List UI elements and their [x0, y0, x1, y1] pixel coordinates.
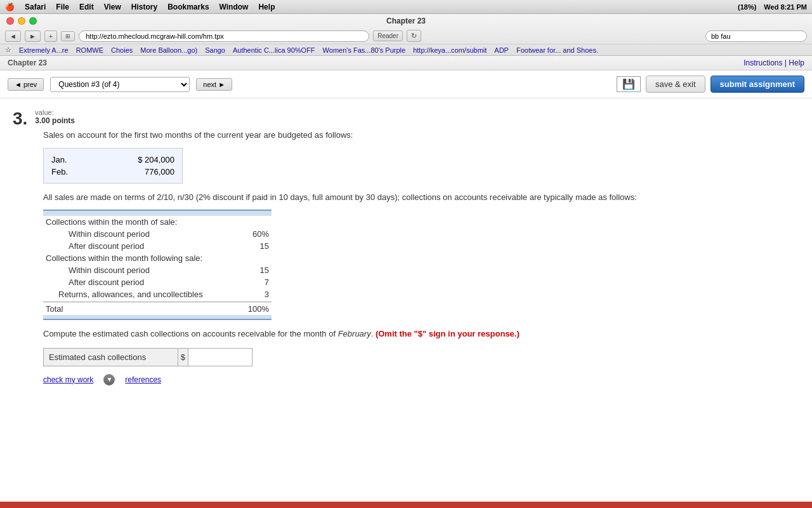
expand-icon[interactable]: ▼	[103, 374, 115, 385]
save-icon[interactable]: 💾	[617, 76, 641, 92]
browser-chrome: Chapter 23 ◄ ► + ⊞ Reader ↻ ☆ Extremely …	[0, 14, 812, 56]
collection-row-0: Within discount period 60%	[43, 228, 272, 240]
question-points: 3.00 points	[35, 116, 75, 125]
compute-red: (Omit the "$" sign in your response.)	[376, 329, 520, 338]
collection-row-4: After discount period 7	[43, 276, 272, 288]
instructions-link[interactable]: Instructions	[743, 58, 782, 67]
collection-value-5: 3	[244, 290, 269, 299]
close-button[interactable]	[6, 17, 14, 25]
collection-value-4: 7	[244, 277, 269, 287]
new-tab-button[interactable]: +	[44, 30, 57, 42]
collection-label-2: Collections within the month following s…	[46, 253, 202, 263]
next-button[interactable]: next ►	[196, 78, 232, 91]
collection-row-3: Within discount period 15	[43, 264, 272, 276]
dollar-sign: $	[178, 349, 188, 366]
mac-menubar: 🍎 Safari File Edit View History Bookmark…	[0, 0, 812, 14]
edit-menu[interactable]: Edit	[79, 3, 94, 11]
compute-text-1: Compute the estimated cash collections o…	[43, 329, 338, 338]
forward-button[interactable]: ►	[25, 30, 41, 42]
sales-table: Jan. $ 204,000 Feb. 776,000	[43, 148, 183, 184]
question-number: 3.	[13, 109, 27, 129]
search-input[interactable]	[705, 30, 807, 42]
estimated-input[interactable]	[188, 349, 252, 366]
question-select[interactable]: Question #3 (of 4)	[50, 77, 190, 92]
check-my-work-link[interactable]: check my work	[43, 375, 93, 384]
collections-header-bar	[43, 211, 272, 216]
safari-menu[interactable]: Safari	[25, 3, 46, 11]
collection-label-1: After discount period	[69, 241, 144, 251]
battery-status: (18%)	[738, 3, 756, 11]
collection-label-0: Within discount period	[69, 229, 150, 239]
submit-assignment-button[interactable]: submit assignment	[710, 76, 804, 93]
estimated-row: Estimated cash collections $	[43, 348, 252, 366]
collections-table: Collections within the month of sale: Wi…	[43, 210, 272, 320]
jan-label: Jan.	[51, 155, 67, 164]
chapter-title: Chapter 23	[8, 58, 47, 67]
collections-container: Collections within the month of sale: Wi…	[43, 210, 799, 320]
back-button[interactable]: ◄	[5, 30, 21, 42]
bookmarks-menu[interactable]: Bookmarks	[167, 3, 209, 11]
bookmark-1[interactable]: ROMWE	[76, 46, 103, 54]
nav-bar: ◄ ► + ⊞ Reader ↻	[0, 28, 812, 44]
collection-label-3: Within discount period	[69, 265, 150, 275]
compute-text-2: .	[371, 329, 376, 338]
collection-value-1: 15	[244, 241, 269, 251]
collection-total-value: 100%	[244, 304, 269, 314]
compute-italic: February	[338, 329, 371, 338]
apple-menu[interactable]: 🍎	[5, 3, 15, 11]
question-nav: ◄ prev Question #3 (of 4) next ► 💾 save …	[0, 70, 812, 98]
collection-value-3: 15	[244, 265, 269, 275]
bookmark-6[interactable]: Women's Fas...80's Purple	[323, 46, 406, 54]
question-value-label: value:	[35, 109, 75, 116]
save-exit-button[interactable]: save & exit	[646, 76, 705, 93]
jan-amount: $ 204,000	[138, 155, 174, 164]
question-content: 3. value: 3.00 points Sales on account f…	[0, 98, 812, 502]
bookmarks-bar: ☆ Extremely A...re ROMWE Choies More Bal…	[0, 44, 812, 55]
file-menu[interactable]: File	[56, 3, 69, 11]
datetime: Wed 8:21 PM	[764, 3, 807, 11]
prev-button[interactable]: ◄ prev	[8, 78, 44, 91]
terms-text: All sales are made on terms of 2/10, n/3…	[43, 191, 799, 204]
references-link[interactable]: references	[125, 375, 161, 384]
estimated-label: Estimated cash collections	[44, 349, 178, 366]
question-body: Sales on account for the first two month…	[43, 129, 799, 385]
bookmark-2[interactable]: Choies	[111, 46, 133, 54]
bookmark-7[interactable]: http://keya...com/submit	[413, 46, 487, 54]
reload-button[interactable]: ↻	[407, 30, 421, 42]
view-menu[interactable]: View	[104, 3, 121, 11]
bookmark-5[interactable]: Authentic C...lica 90%OFF	[233, 46, 315, 54]
url-input[interactable]	[79, 30, 369, 42]
maximize-button[interactable]	[29, 17, 37, 25]
bookmark-8[interactable]: ADP	[494, 46, 509, 54]
collection-total-label: Total	[46, 304, 63, 314]
bookmark-0[interactable]: Extremely A...re	[19, 46, 69, 54]
bottom-background: © 2013 The McGraw-Hill Companies. All ri…	[0, 502, 812, 508]
collection-label-5: Returns, allowances, and uncollectibles	[58, 290, 203, 299]
header-links: Instructions | Help	[743, 58, 804, 67]
window-menu[interactable]: Window	[219, 3, 249, 11]
history-menu[interactable]: History	[131, 3, 157, 11]
estimated-section: Estimated cash collections $	[43, 348, 799, 366]
page-header: Chapter 23 Instructions | Help	[0, 56, 812, 70]
collection-label-4: After discount period	[69, 277, 144, 287]
bookmark-icon: ☆	[5, 46, 11, 54]
help-menu[interactable]: Help	[258, 3, 275, 11]
bookmark-4[interactable]: Sango	[205, 46, 225, 54]
reader-button[interactable]: Reader	[373, 30, 403, 41]
collection-header-label: Collections within the month of sale:	[46, 217, 177, 227]
content-area: Chapter 23 Instructions | Help ◄ prev Qu…	[0, 56, 812, 502]
sales-row-feb: Feb. 776,000	[51, 166, 174, 178]
feb-amount: 776,000	[145, 167, 174, 177]
collection-row-1: After discount period 15	[43, 240, 272, 252]
feb-label: Feb.	[51, 167, 68, 177]
collection-total-row: Total 100%	[43, 302, 272, 315]
bookmark-9[interactable]: Footwear for... and Shoes.	[516, 46, 598, 54]
minimize-button[interactable]	[18, 17, 25, 25]
help-link[interactable]: Help	[789, 58, 804, 67]
bookmark-3[interactable]: More Balloon...go)	[140, 46, 197, 54]
collection-header: Collections within the month of sale:	[43, 216, 272, 228]
browser-title: Chapter 23	[386, 17, 426, 25]
action-links: check my work ▼ references	[43, 374, 799, 385]
compute-text: Compute the estimated cash collections o…	[43, 328, 799, 340]
sidebar-toggle[interactable]: ⊞	[61, 31, 75, 41]
